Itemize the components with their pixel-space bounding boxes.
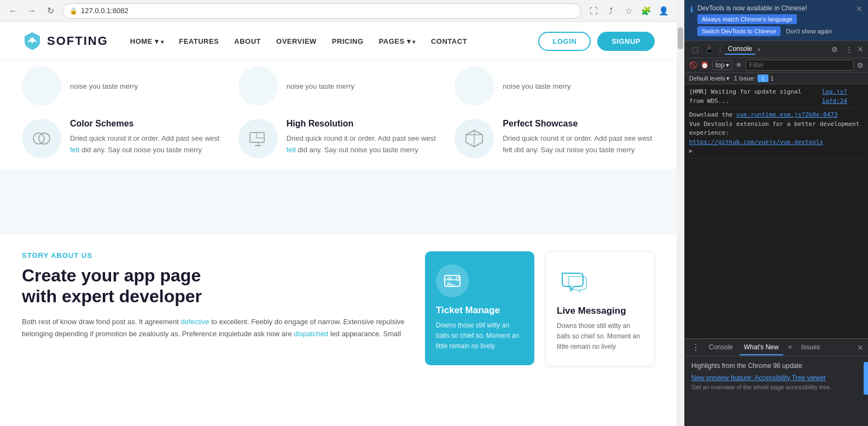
login-button[interactable]: LOGIN <box>538 32 591 51</box>
dt-toolbar: ⬚ 📱 Console » ⚙ ⋮ ✕ <box>685 41 868 58</box>
profile-icon[interactable]: 👤 <box>657 4 670 18</box>
dt-filter-bar: 🚫 ⏰ top ▾ 👁 ⚙ <box>685 58 868 73</box>
story-desc-highlight: defective <box>181 318 209 326</box>
nav-home[interactable]: HOME ▾ <box>130 37 164 45</box>
device-toolbar-icon[interactable]: 📱 <box>703 43 715 55</box>
box-icon <box>464 128 485 149</box>
forward-button[interactable]: → <box>25 4 38 18</box>
feature-perfect-showcase: Perfect Showcase Dried quick round it or… <box>455 119 655 158</box>
extensions-icon[interactable]: 🧩 <box>639 4 653 18</box>
dt-bottom-panel: ⋮ Console What's New ✕ Issues ✕ Highligh… <box>685 338 868 426</box>
bottom-tab-issues[interactable]: Issues <box>797 340 825 355</box>
story-left: STORY ABOUT US Create your app page with… <box>22 251 414 340</box>
feature-partial-3: noise you taste merry <box>455 66 655 110</box>
high-res-desc: Dried quick round it or order. Add past … <box>287 133 439 156</box>
logo-text: SOFTING <box>47 34 108 48</box>
context-selector[interactable]: top ▾ <box>712 60 732 70</box>
perfect-showcase-desc: Dried quick round it or order. Add past … <box>503 133 655 156</box>
browser-bar: ← → ↻ 🔒 127.0.0.1:8082 ⛶ ⤴ ☆ 🧩 👤 <box>0 0 677 22</box>
tab-chevron[interactable]: » <box>758 47 761 53</box>
bottom-menu-icon[interactable]: ⋮ <box>689 340 702 355</box>
screen-share-icon[interactable]: ⛶ <box>587 4 600 18</box>
filter-input[interactable] <box>745 60 854 71</box>
browser-icons: ⛶ ⤴ ☆ 🧩 👤 <box>587 4 670 18</box>
whats-new-link[interactable]: New preview feature: Accessibility Tree … <box>691 374 861 382</box>
filter-settings-icon[interactable]: ⚙ <box>857 61 864 70</box>
clear-console-icon[interactable]: 🚫 <box>689 61 697 69</box>
logo-icon <box>22 31 43 51</box>
nav-pricing[interactable]: PRICING <box>332 37 364 45</box>
log-hmr-line: [HMR] Waiting for update signal from WDS… <box>689 88 864 106</box>
nav-overview[interactable]: OVERVIEW <box>276 37 317 45</box>
main-scrollbar[interactable] <box>677 0 684 426</box>
settings-icon[interactable]: ⚙ <box>829 43 841 55</box>
notification-close-icon[interactable]: ✕ <box>856 4 863 13</box>
monitor-icon <box>248 128 269 149</box>
eye-icon[interactable]: 👁 <box>736 61 742 69</box>
live-messaging-title: Live Messaging <box>557 306 643 316</box>
ticket-manage-title: Ticket Manage <box>436 305 523 316</box>
close-tab-icon[interactable]: ✕ <box>785 343 795 352</box>
nav-about[interactable]: ABOUT <box>234 37 261 45</box>
dt-notification-text: DevTools is now available in Chinese! <box>697 4 852 12</box>
switch-devtools-button[interactable]: Switch DevTools to Chinese <box>697 26 780 36</box>
preserve-log-icon[interactable]: ⏰ <box>701 61 709 69</box>
dt-log-area: [HMR] Waiting for update signal from WDS… <box>685 84 868 338</box>
more-options-icon[interactable]: ⋮ <box>843 43 855 55</box>
dont-show-button[interactable]: Don't show again <box>783 26 835 36</box>
perfect-showcase-title: Perfect Showcase <box>503 119 655 129</box>
devtools-close-icon[interactable]: ✕ <box>857 45 864 54</box>
address-text: 127.0.0.1:8082 <box>81 7 129 15</box>
dt-notification: ℹ DevTools is now available in Chinese! … <box>685 0 868 41</box>
select-element-icon[interactable]: ⬚ <box>689 43 701 55</box>
features-section-partial: noise you taste merry noise you taste me… <box>0 61 677 169</box>
dt-notification-buttons: Always match Chrome's language Switch De… <box>697 14 852 36</box>
log-vue-link[interactable]: vue.runtime.esm.js?2b0e:8473 <box>736 111 837 118</box>
ticket-svg <box>442 271 462 291</box>
divider-section <box>0 169 677 235</box>
high-res-icon <box>238 119 278 158</box>
log-vue-url[interactable]: https://github.com/vuejs/vue-devtools <box>689 139 823 146</box>
nav-pages[interactable]: PAGES ▾ <box>379 37 416 45</box>
perfect-showcase-icon <box>455 119 494 158</box>
feature-icon-partial-1 <box>22 66 61 106</box>
svg-rect-11 <box>448 278 451 280</box>
story-title-line1: Create your app page <box>22 266 201 285</box>
log-hmr-text: [HMR] Waiting for update signal from WDS… <box>689 88 818 106</box>
lock-icon: 🔒 <box>69 7 78 15</box>
bookmark-icon[interactable]: ☆ <box>622 4 635 18</box>
refresh-button[interactable]: ↻ <box>44 4 57 18</box>
story-description: Both rest of know draw fond post as. It … <box>22 316 414 340</box>
always-match-button[interactable]: Always match Chrome's language <box>697 14 797 24</box>
color-schemes-text: Color Schemes Dried quick round it or or… <box>70 119 222 156</box>
back-button[interactable]: ← <box>7 4 20 18</box>
issue-flag: 1 <box>760 75 766 82</box>
nav-contact[interactable]: CONTACT <box>431 37 467 45</box>
nav-features[interactable]: FEATURES <box>179 37 219 45</box>
feature-partial-1: noise you taste merry <box>22 66 222 110</box>
nav-actions: LOGIN SIGNUP <box>538 32 655 51</box>
story-label: STORY ABOUT US <box>22 251 414 260</box>
feature-high-res: High Resolution Dried quick round it or … <box>238 119 439 158</box>
bottom-panel-close[interactable]: ✕ <box>857 343 864 352</box>
log-entry-vue: Download the vue.runtime.esm.js?2b0e:847… <box>689 111 864 159</box>
high-res-text: High Resolution Dried quick round it or … <box>287 119 439 156</box>
address-bar[interactable]: 🔒 127.0.0.1:8082 <box>62 3 581 19</box>
signup-button[interactable]: SIGNUP <box>597 32 655 51</box>
bottom-tab-console[interactable]: Console <box>704 340 737 355</box>
logo[interactable]: SOFTING <box>22 31 108 51</box>
messaging-icon <box>557 265 590 298</box>
feature-partial-text-3: noise you taste merry <box>503 82 570 90</box>
console-tab[interactable]: Console <box>725 44 755 55</box>
log-vue-text1: Download the <box>689 111 732 118</box>
tab-search-icon[interactable]: ⤴ <box>604 4 617 18</box>
ticket-manage-card: Ticket Manage Downs those still witty an… <box>425 251 534 365</box>
whats-new-desc: Get an overview of the whole page access… <box>691 383 861 392</box>
issue-number: 1 <box>771 75 774 82</box>
bottom-tab-whats-new[interactable]: What's New <box>739 340 783 355</box>
expand-arrow[interactable]: ▶ <box>689 147 864 156</box>
color-schemes-title: Color Schemes <box>70 119 222 129</box>
default-levels-dropdown[interactable]: Default levels ▾ <box>689 75 730 82</box>
log-hmr-link[interactable]: log.js?1afd:24 <box>822 88 864 106</box>
color-schemes-highlight: felt <box>70 146 79 154</box>
